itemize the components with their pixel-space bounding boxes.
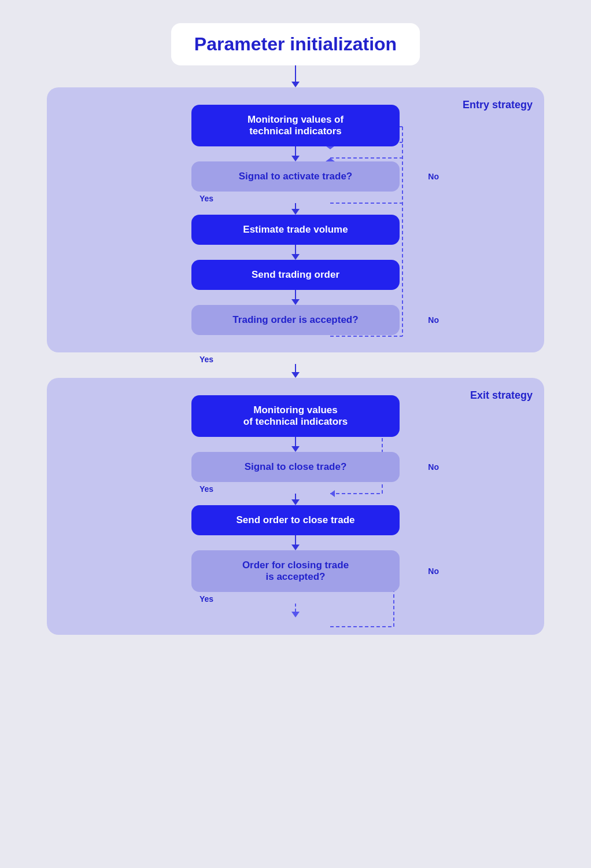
page-title: Parameter initialization <box>194 34 397 55</box>
estimate-node: Estimate trade volume <box>191 215 400 245</box>
signal1-step: Signal to activate trade? No <box>64 161 527 192</box>
diagram-container: Parameter initialization Entry strategy <box>47 23 544 635</box>
send-order-text: Send trading order <box>252 269 339 280</box>
send-close-node: Send order to close trade <box>191 505 400 535</box>
send-order-node: Send trading order <box>191 260 400 290</box>
signal-1-text: Signal to activate trade? <box>239 171 353 182</box>
arrow-1 <box>291 82 300 87</box>
order-accepted-text: Trading order is accepted? <box>232 314 358 325</box>
monitor-2-text: Monitoring values of technical indicator… <box>243 404 348 427</box>
connector-1 <box>295 65 296 82</box>
close-accepted-node: Order for closing trade is accepted? <box>191 550 400 592</box>
send-close-text: Send order to close trade <box>237 514 355 525</box>
signal2-step: Signal to close trade? No <box>64 452 527 482</box>
yes-label-dashed: Yes <box>200 594 213 604</box>
estimate-text: Estimate trade volume <box>243 224 348 235</box>
between-connector: Yes <box>47 352 544 378</box>
no-label-4: No <box>428 567 439 576</box>
signal-node-1: Signal to activate trade? <box>191 161 400 192</box>
no-label-1: No <box>428 172 439 181</box>
entry-strategy-section: Entry strategy <box>47 87 544 352</box>
exit-strategy-section: Exit strategy Monitoring values of techn… <box>47 378 544 635</box>
yes-label-2: Yes <box>200 484 213 494</box>
signal-2-text: Signal to close trade? <box>245 461 347 472</box>
yes-label-1: Yes <box>200 194 213 203</box>
monitor-1-text: Monitoring values of technical indicator… <box>248 114 343 137</box>
signal-node-2: Signal to close trade? <box>191 452 400 482</box>
close-accepted-step: Order for closing trade is accepted? No <box>64 550 527 592</box>
exit-flow: Monitoring values of technical indicator… <box>64 395 527 617</box>
yes-label-between: Yes <box>200 355 213 364</box>
order-accepted-node: Trading order is accepted? <box>191 305 400 335</box>
monitor-node-2: Monitoring values of technical indicator… <box>191 395 400 437</box>
order-accepted-step: Trading order is accepted? No <box>64 305 527 335</box>
no-label-2: No <box>428 315 439 325</box>
close-accepted-text: Order for closing trade is accepted? <box>242 560 349 582</box>
title-box: Parameter initialization <box>171 23 420 65</box>
monitor-node-1: Monitoring values of technical indicator… <box>191 105 400 146</box>
no-label-3: No <box>428 462 439 472</box>
entry-flow: Monitoring values of technical indicator… <box>64 105 527 335</box>
